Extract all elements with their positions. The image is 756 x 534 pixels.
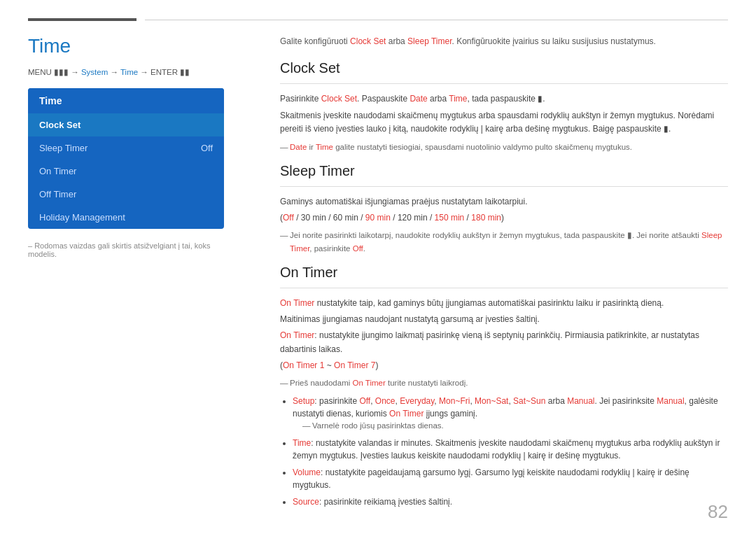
breadcrumb: MENU ▮▮▮ → System → Time → ENTER ▮▮ bbox=[28, 67, 224, 77]
menu-item-offtimer[interactable]: Off Timer bbox=[28, 183, 224, 206]
bullet-setup: Setup: pasirinkite Off, Once, Everyday, … bbox=[293, 395, 728, 432]
section-title-clockset: Clock Set bbox=[280, 60, 728, 76]
section-title-ontimer: On Timer bbox=[280, 265, 728, 281]
bullet-volume: Volume: nustatykite pageidaujamą garsumo… bbox=[293, 466, 728, 491]
menu-item-sleeptimer[interactable]: Sleep Timer Off bbox=[28, 136, 224, 160]
footnote: – Rodomas vaizdas gali skirtis atsižvelg… bbox=[28, 241, 224, 258]
menu-title: Time bbox=[28, 88, 224, 113]
section-title-sleeptimer: Sleep Timer bbox=[280, 163, 728, 179]
section-divider-clockset bbox=[280, 83, 728, 84]
section-content-sleeptimer: Gaminys automatiškai išjungiamas praėjus… bbox=[280, 195, 728, 255]
menu-item-clockset[interactable]: Clock Set bbox=[28, 113, 224, 136]
section-content-ontimer: On Timer nustatykite taip, kad gaminys b… bbox=[280, 297, 728, 508]
page-number: 82 bbox=[708, 501, 728, 523]
left-panel: Time MENU ▮▮▮ → System → Time → ENTER ▮▮… bbox=[0, 21, 252, 534]
section-divider-sleeptimer bbox=[280, 186, 728, 187]
section-divider-ontimer bbox=[280, 288, 728, 288]
bullet-source: Source: pasirinkite reikiamą įvesties ša… bbox=[293, 496, 728, 508]
right-panel: Galite konfigūruoti Clock Set arba Sleep… bbox=[252, 21, 756, 534]
menu-item-holiday[interactable]: Holiday Management bbox=[28, 206, 224, 229]
menu-box: Time Clock Set Sleep Timer Off On Timer … bbox=[28, 88, 224, 229]
bullet-time: Time: nustatykite valandas ir minutes. S… bbox=[293, 437, 728, 462]
intro-text: Galite konfigūruoti Clock Set arba Sleep… bbox=[280, 35, 728, 48]
top-bar-right bbox=[145, 20, 728, 20]
menu-item-ontimer[interactable]: On Timer bbox=[28, 160, 224, 183]
page-title: Time bbox=[28, 35, 224, 57]
section-content-clockset: Pasirinkite Clock Set. Paspauskite Date … bbox=[280, 92, 728, 153]
